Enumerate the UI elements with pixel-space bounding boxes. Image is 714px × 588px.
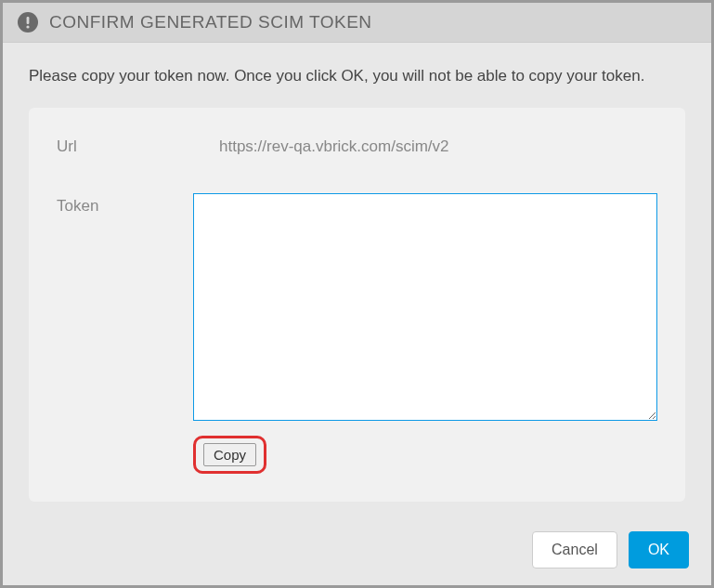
content-box: Url https://rev-qa.vbrick.com/scim/v2 To… — [29, 108, 685, 502]
copy-button[interactable]: Copy — [203, 443, 256, 466]
alert-icon — [18, 12, 38, 33]
svg-point-2 — [26, 25, 29, 28]
url-value: https://rev-qa.vbrick.com/scim/v2 — [219, 134, 449, 156]
token-area: Copy — [193, 193, 657, 474]
cancel-button[interactable]: Cancel — [532, 531, 617, 568]
token-field-row: Token Copy — [57, 193, 657, 474]
url-field-row: Url https://rev-qa.vbrick.com/scim/v2 — [57, 134, 657, 156]
modal-body: Please copy your token now. Once you cli… — [3, 43, 711, 518]
ok-button[interactable]: OK — [629, 531, 689, 568]
modal-header: CONFIRM GENERATED SCIM TOKEN — [3, 3, 711, 43]
url-label: Url — [57, 134, 219, 156]
modal-title: CONFIRM GENERATED SCIM TOKEN — [49, 12, 372, 33]
token-label: Token — [57, 193, 193, 216]
modal-footer: Cancel OK — [3, 518, 711, 587]
copy-button-highlight: Copy — [193, 436, 657, 474]
instruction-text: Please copy your token now. Once you cli… — [29, 65, 685, 87]
svg-rect-1 — [27, 17, 30, 24]
confirm-token-modal: CONFIRM GENERATED SCIM TOKEN Please copy… — [2, 2, 712, 586]
token-textarea[interactable] — [193, 193, 657, 421]
